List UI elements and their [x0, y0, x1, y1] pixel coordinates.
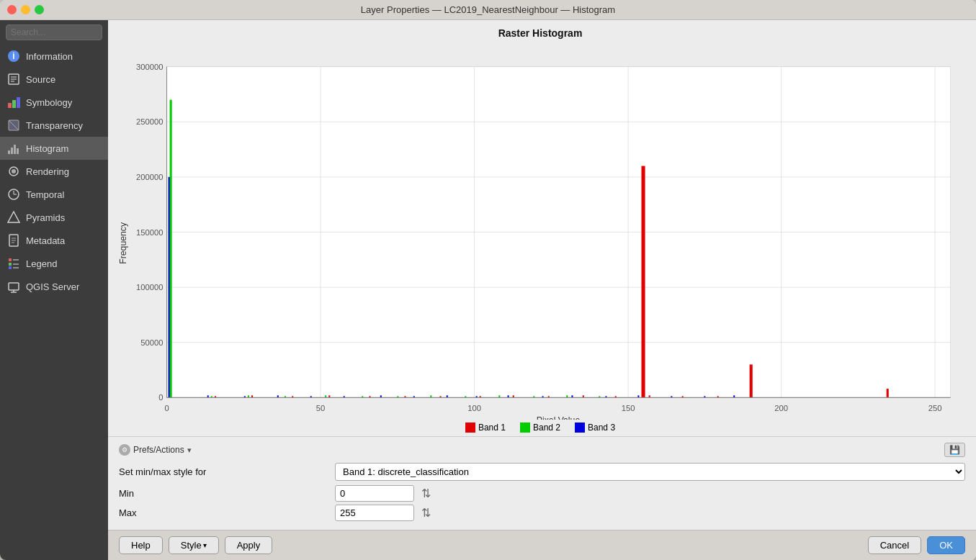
min-input[interactable] — [335, 485, 414, 502]
sidebar-item-rendering[interactable]: Rendering — [0, 160, 108, 183]
band1-bar-190 — [750, 364, 753, 397]
qgis_server-icon — [7, 280, 20, 293]
histogram-chart: Frequency — [115, 45, 965, 420]
sidebar-label-histogram: Histogram — [26, 143, 68, 154]
sidebar-item-temporal[interactable]: Temporal — [0, 183, 108, 206]
save-icon-button[interactable]: 💾 — [944, 443, 965, 457]
band1-bar-235 — [887, 389, 889, 397]
svg-text:Pixel Value: Pixel Value — [537, 415, 581, 420]
prefs-icon: ⚙ — [119, 444, 130, 456]
legend-band3-label: Band 3 — [588, 423, 615, 433]
sidebar-item-metadata[interactable]: Metadata — [0, 229, 108, 252]
svg-point-15 — [12, 169, 16, 173]
legend-band2-label: Band 2 — [533, 423, 560, 433]
legend-band1: Band 1 — [465, 423, 506, 433]
sidebar-label-metadata: Metadata — [26, 235, 65, 246]
band1-bar-155 — [641, 166, 645, 398]
information-icon: i — [7, 50, 20, 63]
temporal-icon — [7, 188, 20, 201]
legend-band2-color — [520, 423, 530, 433]
style-button-label: Style — [181, 540, 202, 551]
prefs-label[interactable]: Prefs/Actions — [133, 445, 184, 455]
histogram-icon — [7, 142, 20, 155]
chart-legend: Band 1 Band 2 Band 3 — [115, 423, 965, 433]
max-input[interactable] — [335, 505, 414, 521]
titlebar: Layer Properties — LC2019_NearestNeighbo… — [0, 0, 976, 20]
transparency-icon — [7, 119, 20, 132]
y-axis-label: Frequency — [118, 222, 128, 264]
sidebar-label-rendering: Rendering — [26, 166, 69, 177]
svg-rect-8 — [17, 97, 20, 108]
main-content: Raster Histogram Frequency — [108, 20, 976, 560]
sidebar-item-transparency[interactable]: Transparency — [0, 114, 108, 137]
band-select[interactable]: Band 1: discrete_classificationBand 2Ban… — [335, 463, 965, 481]
sidebar-item-source[interactable]: Source — [0, 68, 108, 91]
symbology-icon — [7, 96, 20, 109]
svg-text:200: 200 — [774, 404, 788, 412]
svg-rect-13 — [17, 148, 19, 154]
set-minmax-label: Set min/max style for — [119, 466, 335, 477]
rendering-icon — [7, 165, 20, 178]
sidebar-item-pyramids[interactable]: Pyramids — [0, 206, 108, 229]
max-arrows-icon[interactable]: ⇅ — [421, 506, 431, 520]
svg-rect-24 — [9, 258, 12, 261]
chart-title: Raster Histogram — [115, 27, 965, 39]
sidebar-item-qgis_server[interactable]: QGIS Server — [0, 275, 108, 298]
metadata-icon — [7, 234, 20, 247]
svg-rect-12 — [14, 145, 16, 154]
band2-bar-0 — [170, 100, 172, 398]
svg-text:250: 250 — [928, 404, 942, 412]
svg-rect-10 — [8, 150, 10, 154]
apply-button[interactable]: Apply — [225, 536, 273, 554]
sidebar-label-source: Source — [26, 74, 55, 85]
svg-text:100000: 100000 — [136, 283, 163, 292]
search-box — [0, 20, 108, 45]
svg-rect-6 — [8, 103, 12, 108]
window-controls — [7, 5, 44, 14]
style-button-group: Style ▾ — [169, 536, 219, 554]
min-label: Min — [119, 488, 335, 499]
legend-band2: Band 2 — [520, 423, 560, 433]
legend-band1-label: Band 1 — [478, 423, 506, 433]
sidebar-item-information[interactable]: i Information — [0, 45, 108, 68]
sidebar-label-symbology: Symbology — [26, 97, 72, 108]
sidebar-item-legend[interactable]: Legend — [0, 252, 108, 275]
sidebar-item-histogram[interactable]: Histogram — [0, 137, 108, 160]
main-window: Layer Properties — LC2019_NearestNeighbo… — [0, 0, 976, 560]
ok-button[interactable]: OK — [927, 536, 965, 554]
svg-rect-11 — [11, 148, 13, 154]
legend-band3-color — [575, 423, 585, 433]
svg-text:100: 100 — [467, 404, 481, 412]
cancel-button[interactable]: Cancel — [868, 536, 921, 554]
sidebar-label-transparency: Transparency — [26, 120, 83, 131]
svg-text:150: 150 — [622, 404, 635, 412]
minmax-style-row: Set min/max style for Band 1: discrete_c… — [119, 463, 965, 481]
close-button[interactable] — [7, 5, 17, 14]
svg-text:50: 50 — [316, 404, 325, 412]
sidebar-label-information: Information — [26, 51, 73, 62]
maximize-button[interactable] — [35, 5, 44, 14]
min-arrows-icon[interactable]: ⇅ — [421, 487, 431, 500]
prefs-arrow[interactable]: ▾ — [187, 446, 192, 455]
svg-marker-19 — [8, 212, 19, 222]
pyramids-icon — [7, 211, 20, 224]
min-row: Min ⇅ — [119, 485, 965, 502]
prefs-row: ⚙ Prefs/Actions ▾ 💾 — [119, 443, 965, 457]
svg-rect-7 — [12, 100, 16, 108]
svg-text:150000: 150000 — [136, 228, 163, 237]
svg-rect-28 — [9, 266, 12, 269]
svg-text:i: i — [12, 51, 14, 61]
svg-rect-26 — [9, 263, 12, 266]
source-icon — [7, 73, 20, 86]
style-button[interactable]: Style ▾ — [169, 536, 219, 554]
minimize-button[interactable] — [21, 5, 30, 14]
svg-text:200000: 200000 — [136, 173, 163, 181]
sidebar-item-symbology[interactable]: Symbology — [0, 91, 108, 114]
legend-band1-color — [465, 423, 475, 433]
legend-band3: Band 3 — [575, 423, 615, 433]
svg-text:0: 0 — [158, 393, 163, 402]
search-input[interactable] — [6, 24, 102, 40]
help-button[interactable]: Help — [119, 536, 163, 554]
sidebar-label-temporal: Temporal — [26, 189, 64, 200]
max-row: Max ⇅ — [119, 505, 965, 521]
